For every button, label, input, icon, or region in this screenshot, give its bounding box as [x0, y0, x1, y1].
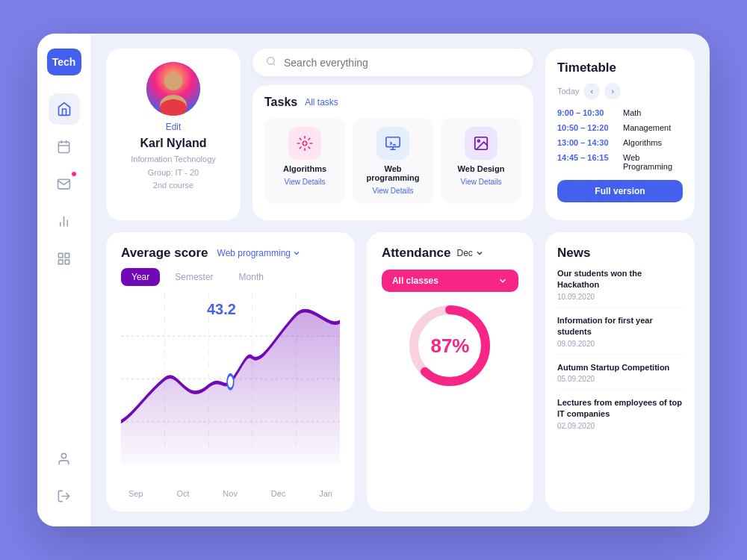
tasks-grid: Algorithms View Details Web programming …: [264, 118, 521, 204]
timetable-slot-2: 13:00 – 14:30 Algorithms: [557, 138, 683, 147]
timetable-prev-btn[interactable]: ‹: [583, 83, 600, 99]
profile-name: Karl Nyland: [140, 137, 207, 150]
webprog-icon: [376, 127, 409, 160]
attendance-title: Attendance: [382, 246, 451, 261]
sidebar-icon-chart[interactable]: [49, 205, 80, 237]
score-header: Average score Web programming: [121, 246, 340, 261]
task-link-webprog[interactable]: View Details: [373, 187, 414, 195]
chart-labels: Sep Oct Nov Dec Jan: [121, 489, 340, 498]
center-top: Tasks All tasks Algorithms View Details: [252, 49, 533, 220]
news-item-1: Information for first year students 09.0…: [557, 315, 683, 355]
search-bar: [252, 49, 533, 76]
score-filter[interactable]: Web programming: [217, 248, 301, 258]
news-item-2: Autumn Startup Competition 05.09.2020: [557, 362, 683, 390]
full-version-button[interactable]: Full version: [557, 180, 683, 202]
search-icon: [266, 56, 276, 69]
month-filter[interactable]: Dec: [457, 248, 484, 258]
task-name-algorithms: Algorithms: [283, 164, 326, 173]
news-item-0: Our students won the Hackathon 10.09.202…: [557, 268, 683, 308]
news-title: News: [557, 246, 683, 261]
period-tab-month[interactable]: Month: [229, 268, 274, 286]
main-content: Edit Karl Nyland Information Technology …: [91, 34, 710, 526]
profile-info: Information Technology Group: IT - 20 2n…: [131, 153, 216, 193]
today-label: Today: [557, 87, 579, 96]
svg-rect-7: [58, 253, 63, 258]
period-tab-year[interactable]: Year: [121, 268, 160, 286]
top-row: Edit Karl Nyland Information Technology …: [106, 49, 695, 220]
timetable-slot-0: 9:00 – 10:30 Math: [557, 108, 683, 117]
task-name-webdesign: Web Design: [458, 164, 505, 173]
tasks-header: Tasks All tasks: [264, 96, 521, 109]
task-card-webprog: Web programming View Details: [353, 118, 433, 204]
sidebar-icon-user[interactable]: [49, 443, 80, 474]
svg-rect-9: [65, 260, 69, 264]
sidebar-logo: Tech: [47, 49, 81, 75]
chart-value-label: 43.2: [207, 301, 236, 318]
sidebar-icon-mail[interactable]: [49, 168, 80, 199]
timetable-slot-3: 14:45 – 16:15 Web Programming: [557, 153, 683, 171]
sidebar-icon-home[interactable]: [49, 93, 80, 125]
svg-rect-10: [58, 260, 63, 264]
bottom-row: Average score Web programming Year Semes…: [106, 232, 695, 511]
sidebar-icon-calendar[interactable]: [49, 131, 80, 162]
task-card-algorithms: Algorithms View Details: [264, 118, 345, 204]
period-tabs: Year Semester Month: [121, 268, 340, 286]
app-container: Tech: [37, 34, 710, 526]
news-card: News Our students won the Hackathon 10.0…: [545, 232, 695, 511]
score-chart: [121, 293, 340, 479]
timetable-next-btn[interactable]: ›: [604, 83, 621, 99]
task-card-webdesign: Web Design View Details: [441, 118, 521, 204]
svg-point-19: [303, 141, 307, 146]
algorithms-icon: [288, 127, 321, 160]
task-link-webdesign[interactable]: View Details: [461, 178, 502, 186]
sidebar-icon-logout[interactable]: [49, 480, 80, 511]
svg-point-17: [267, 57, 274, 64]
task-name-webprog: Web programming: [360, 164, 426, 182]
search-input[interactable]: [284, 57, 520, 69]
score-title: Average score: [121, 246, 208, 261]
period-tab-semester[interactable]: Semester: [164, 268, 223, 286]
profile-edit-link[interactable]: Edit: [166, 122, 182, 132]
timetable-card: Timetable Today ‹ › 9:00 – 10:30 Math 10…: [545, 49, 695, 220]
webdesign-icon: [465, 127, 498, 160]
svg-point-14: [164, 72, 182, 90]
all-tasks-link[interactable]: All tasks: [305, 97, 338, 108]
timetable-slot-1: 10:50 – 12:20 Management: [557, 123, 683, 132]
svg-point-25: [477, 140, 480, 142]
news-item-3: Lectures from employees of top IT compan…: [557, 397, 683, 436]
sidebar-icon-grid[interactable]: [49, 243, 80, 274]
svg-point-11: [61, 453, 66, 458]
svg-line-18: [273, 63, 276, 66]
class-filter-button[interactable]: All classes: [382, 270, 518, 292]
mail-badge: [71, 171, 77, 177]
attendance-percentage: 87%: [430, 335, 469, 358]
attendance-header: Attendance Dec: [382, 246, 518, 261]
attendance-card: Attendance Dec All classes: [367, 232, 533, 511]
tasks-title: Tasks: [264, 96, 297, 109]
score-card: Average score Web programming Year Semes…: [106, 232, 355, 511]
sidebar: Tech: [37, 34, 91, 526]
tasks-section: Tasks All tasks Algorithms View Details: [252, 85, 533, 220]
task-link-algorithms[interactable]: View Details: [285, 178, 326, 186]
profile-card: Edit Karl Nyland Information Technology …: [106, 49, 241, 220]
svg-rect-8: [65, 253, 69, 258]
chart-area: 43.2: [121, 293, 340, 479]
timetable-header: Timetable: [557, 60, 683, 75]
avatar: [146, 62, 200, 116]
svg-rect-0: [58, 142, 69, 152]
timetable-title: Timetable: [557, 60, 616, 75]
svg-point-33: [227, 375, 234, 389]
donut-chart: 87%: [405, 301, 495, 391]
